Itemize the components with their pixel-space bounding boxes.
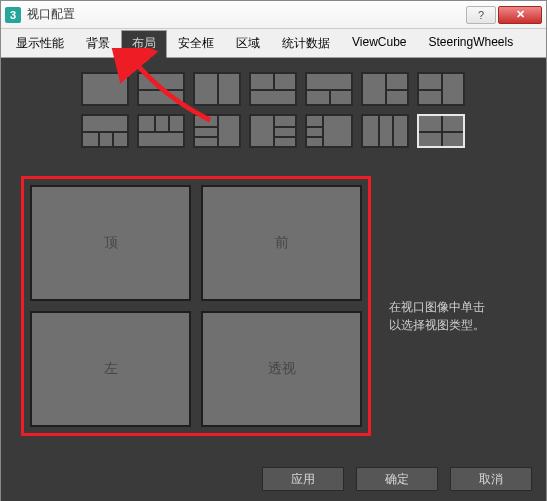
help-button[interactable]: ? <box>466 6 496 24</box>
thumb-row-1 <box>81 72 465 106</box>
tab-background[interactable]: 背景 <box>75 30 121 58</box>
apply-button[interactable]: 应用 <box>262 467 344 491</box>
window-title: 视口配置 <box>27 6 466 23</box>
layout-thumb-1[interactable] <box>81 72 129 106</box>
instruction-line2: 以选择视图类型。 <box>389 318 485 332</box>
tab-regions[interactable]: 区域 <box>225 30 271 58</box>
layout-thumb-5[interactable] <box>305 72 353 106</box>
content-panel: 顶 前 左 透视 在视口图像中单击 以选择视图类型。 应用 确定 取消 <box>1 58 546 501</box>
close-button[interactable]: ✕ <box>498 6 542 24</box>
tab-layout[interactable]: 布局 <box>121 30 167 58</box>
tab-display-performance[interactable]: 显示性能 <box>5 30 75 58</box>
viewport-cell-left[interactable]: 左 <box>30 311 191 427</box>
tab-safe-frames[interactable]: 安全框 <box>167 30 225 58</box>
tab-statistics[interactable]: 统计数据 <box>271 30 341 58</box>
layout-thumb-3[interactable] <box>193 72 241 106</box>
cancel-button[interactable]: 取消 <box>450 467 532 491</box>
tab-steeringwheels[interactable]: SteeringWheels <box>417 30 524 58</box>
layout-thumb-2[interactable] <box>137 72 185 106</box>
tab-bar: 显示性能 背景 布局 安全框 区域 统计数据 ViewCube Steering… <box>1 29 546 58</box>
layout-thumb-12[interactable] <box>305 114 353 148</box>
layout-thumb-7[interactable] <box>417 72 465 106</box>
dialog-window: 3 视口配置 ? ✕ 显示性能 背景 布局 安全框 区域 统计数据 ViewCu… <box>0 0 547 501</box>
app-icon: 3 <box>5 7 21 23</box>
layout-thumb-6[interactable] <box>361 72 409 106</box>
instruction-line1: 在视口图像中单击 <box>389 300 485 314</box>
ok-button[interactable]: 确定 <box>356 467 438 491</box>
tab-viewcube[interactable]: ViewCube <box>341 30 417 58</box>
viewport-preview-grid: 顶 前 左 透视 <box>30 185 362 427</box>
layout-thumb-13[interactable] <box>361 114 409 148</box>
viewport-cell-perspective[interactable]: 透视 <box>201 311 362 427</box>
layout-thumb-11[interactable] <box>249 114 297 148</box>
instruction-text: 在视口图像中单击 以选择视图类型。 <box>389 298 519 334</box>
layout-thumbnail-grid <box>81 72 465 156</box>
title-bar: 3 视口配置 ? ✕ <box>1 1 546 29</box>
window-buttons: ? ✕ <box>466 6 542 24</box>
preview-highlight-box: 顶 前 左 透视 <box>21 176 371 436</box>
layout-thumb-14[interactable] <box>417 114 465 148</box>
layout-thumb-4[interactable] <box>249 72 297 106</box>
layout-thumb-10[interactable] <box>193 114 241 148</box>
layout-thumb-9[interactable] <box>137 114 185 148</box>
viewport-cell-top[interactable]: 顶 <box>30 185 191 301</box>
layout-thumb-8[interactable] <box>81 114 129 148</box>
thumb-row-2 <box>81 114 465 148</box>
viewport-cell-front[interactable]: 前 <box>201 185 362 301</box>
dialog-button-row: 应用 确定 取消 <box>262 467 532 491</box>
